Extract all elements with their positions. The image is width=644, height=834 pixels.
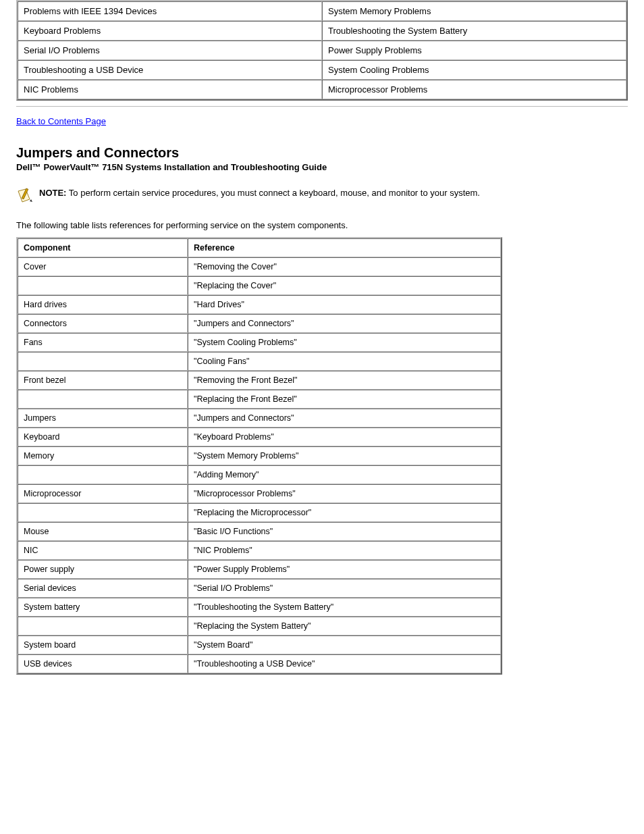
reference-cell: "Serial I/O Problems" [188, 579, 501, 598]
reference-cell: "System Memory Problems" [188, 446, 501, 465]
reference-cell: "Replacing the System Battery" [188, 617, 501, 635]
problem-left: Serial I/O Problems [18, 41, 322, 60]
reference-cell: "Removing the Front Bezel" [188, 371, 501, 390]
problems-cross-reference-table: Problems with IEEE 1394 DevicesSystem Me… [16, 0, 628, 101]
reference-cell: "Replacing the Cover" [188, 276, 501, 295]
component-cell: Memory [18, 446, 188, 465]
reference-cell: "Keyboard Problems" [188, 427, 501, 446]
reference-cell: "System Cooling Problems" [188, 333, 501, 352]
problem-left: NIC Problems [18, 80, 322, 99]
table-row: "Replacing the Microprocessor" [18, 503, 501, 522]
component-cell: Mouse [18, 522, 188, 541]
manual-title: Dell™ PowerVault™ 715N Systems Installat… [16, 162, 628, 172]
component-cell: System battery [18, 598, 188, 617]
reference-cell: "Power Supply Problems" [188, 560, 501, 579]
problem-left: Troubleshooting a USB Device [18, 60, 322, 80]
reference-cell: "Adding Memory" [188, 465, 501, 484]
reference-cell: "Jumpers and Connectors" [188, 409, 501, 427]
reference-cell: "Removing the Cover" [188, 257, 501, 276]
note-body: To perform certain service procedures, y… [69, 188, 480, 198]
reference-table-intro: The following table lists references for… [16, 220, 628, 230]
table-row: System board"System Board" [18, 635, 501, 654]
table-header-row: Component Reference [18, 238, 501, 257]
table-row: System battery"Troubleshooting the Syste… [18, 598, 501, 617]
note-prefix: NOTE: [39, 188, 66, 198]
component-cell: USB devices [18, 654, 188, 673]
note-icon [16, 187, 34, 207]
component-cell: Cover [18, 257, 188, 276]
table-row: Jumpers"Jumpers and Connectors" [18, 409, 501, 427]
table-row: NIC ProblemsMicroprocessor Problems [18, 80, 626, 99]
reference-cell: "Basic I/O Functions" [188, 522, 501, 541]
component-cell: Power supply [18, 560, 188, 579]
component-cell: System board [18, 635, 188, 654]
table-row: Keyboard"Keyboard Problems" [18, 427, 501, 446]
table-row: "Replacing the Front Bezel" [18, 390, 501, 409]
component-cell: Jumpers [18, 409, 188, 427]
back-to-contents-link[interactable]: Back to Contents Page [16, 116, 106, 126]
problem-right: Troubleshooting the System Battery [322, 21, 626, 41]
section-divider [16, 106, 628, 107]
reference-cell: "Cooling Fans" [188, 352, 501, 371]
reference-cell: "Replacing the Microprocessor" [188, 503, 501, 522]
component-cell [18, 617, 188, 635]
section-heading: Jumpers and Connectors [16, 145, 628, 161]
problem-right: System Memory Problems [322, 1, 626, 21]
note-block: NOTE: To perform certain service procedu… [16, 187, 628, 207]
table-row: Hard drives"Hard Drives" [18, 295, 501, 314]
table-row: Keyboard ProblemsTroubleshooting the Sys… [18, 21, 626, 41]
note-text: NOTE: To perform certain service procedu… [39, 187, 628, 200]
table-row: NIC"NIC Problems" [18, 541, 501, 560]
table-row: Memory"System Memory Problems" [18, 446, 501, 465]
problem-left: Problems with IEEE 1394 Devices [18, 1, 322, 21]
table-row: "Replacing the Cover" [18, 276, 501, 295]
table-row: USB devices"Troubleshooting a USB Device… [18, 654, 501, 673]
component-cell: Hard drives [18, 295, 188, 314]
table-row: "Cooling Fans" [18, 352, 501, 371]
component-cell: Serial devices [18, 579, 188, 598]
header-reference: Reference [188, 238, 501, 257]
table-row: Power supply"Power Supply Problems" [18, 560, 501, 579]
reference-cell: "Jumpers and Connectors" [188, 314, 501, 333]
service-reference-table: Component Reference Cover"Removing the C… [16, 237, 502, 675]
component-cell [18, 465, 188, 484]
problem-left: Keyboard Problems [18, 21, 322, 41]
component-cell [18, 352, 188, 371]
table-row: "Adding Memory" [18, 465, 501, 484]
table-row: "Replacing the System Battery" [18, 617, 501, 635]
component-cell [18, 276, 188, 295]
table-row: Cover"Removing the Cover" [18, 257, 501, 276]
reference-cell: "Troubleshooting the System Battery" [188, 598, 501, 617]
component-cell: Keyboard [18, 427, 188, 446]
table-row: Front bezel"Removing the Front Bezel" [18, 371, 501, 390]
component-cell: Front bezel [18, 371, 188, 390]
table-row: Troubleshooting a USB DeviceSystem Cooli… [18, 60, 626, 80]
component-cell: Fans [18, 333, 188, 352]
problem-right: System Cooling Problems [322, 60, 626, 80]
component-cell [18, 390, 188, 409]
header-component: Component [18, 238, 188, 257]
table-row: Serial devices"Serial I/O Problems" [18, 579, 501, 598]
reference-cell: "Replacing the Front Bezel" [188, 390, 501, 409]
component-cell: Connectors [18, 314, 188, 333]
problem-right: Power Supply Problems [322, 41, 626, 60]
component-cell: NIC [18, 541, 188, 560]
reference-cell: "Hard Drives" [188, 295, 501, 314]
component-cell: Microprocessor [18, 484, 188, 503]
table-row: Connectors"Jumpers and Connectors" [18, 314, 501, 333]
svg-marker-2 [30, 199, 32, 202]
reference-cell: "Microprocessor Problems" [188, 484, 501, 503]
component-cell [18, 503, 188, 522]
table-row: Serial I/O ProblemsPower Supply Problems [18, 41, 626, 60]
problem-right: Microprocessor Problems [322, 80, 626, 99]
table-row: Problems with IEEE 1394 DevicesSystem Me… [18, 1, 626, 21]
reference-cell: "NIC Problems" [188, 541, 501, 560]
table-row: Microprocessor"Microprocessor Problems" [18, 484, 501, 503]
table-row: Fans"System Cooling Problems" [18, 333, 501, 352]
table-row: Mouse"Basic I/O Functions" [18, 522, 501, 541]
reference-cell: "Troubleshooting a USB Device" [188, 654, 501, 673]
reference-cell: "System Board" [188, 635, 501, 654]
